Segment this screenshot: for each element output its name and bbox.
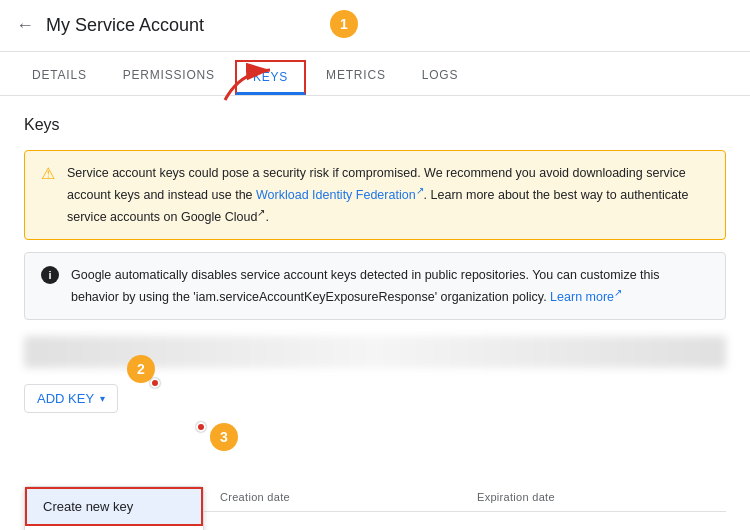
warning-icon: ⚠: [41, 164, 55, 183]
col-creation: Creation date: [212, 491, 469, 503]
tab-metrics[interactable]: METRICS: [310, 58, 402, 95]
workload-identity-link[interactable]: Workload Identity Federation↗: [256, 188, 424, 202]
step-3-badge: 3: [210, 423, 238, 451]
cursor-add-key: [150, 378, 160, 388]
back-button[interactable]: ←: [16, 15, 34, 36]
add-key-button[interactable]: ADD KEY ▾: [24, 384, 118, 413]
info-icon: i: [41, 266, 59, 284]
app-container: ← My Service Account DETAILS PERMISSIONS…: [0, 0, 750, 530]
info-text: Google automatically disables service ac…: [71, 265, 709, 307]
page-title: My Service Account: [46, 15, 204, 36]
col-expiration: Expiration date: [469, 491, 726, 503]
link1-ext-icon: ↗: [416, 185, 424, 196]
main-content: Keys ⚠ Service account keys could pose a…: [0, 96, 750, 530]
create-new-key-item[interactable]: Create new key: [25, 487, 203, 526]
cursor-create-key: [196, 422, 206, 432]
tab-logs[interactable]: LOGS: [406, 58, 475, 95]
dropdown-arrow-icon: ▾: [100, 393, 105, 404]
learn-more-link[interactable]: Learn more↗: [550, 290, 622, 304]
section-title: Keys: [24, 116, 726, 134]
step-1-badge: 1: [330, 10, 358, 38]
warning-text: Service account keys could pose a securi…: [67, 163, 709, 227]
upload-existing-key-item[interactable]: Upload existing key: [25, 526, 203, 530]
header: ← My Service Account: [0, 0, 750, 52]
tab-details[interactable]: DETAILS: [16, 58, 103, 95]
add-key-row: ADD KEY ▾: [24, 384, 726, 413]
tab-permissions[interactable]: PERMISSIONS: [107, 58, 231, 95]
keys-tab-arrow: [220, 62, 280, 105]
warning-text-3: .: [265, 210, 268, 224]
add-key-dropdown: Create new key Upload existing key: [24, 486, 204, 530]
warning-box: ⚠ Service account keys could pose a secu…: [24, 150, 726, 240]
info-box: i Google automatically disables service …: [24, 252, 726, 320]
tabs-bar: DETAILS PERMISSIONS KEYS METRICS LOGS: [0, 52, 750, 96]
learn-more-ext-icon: ↗: [614, 287, 622, 298]
add-key-label: ADD KEY: [37, 391, 94, 406]
